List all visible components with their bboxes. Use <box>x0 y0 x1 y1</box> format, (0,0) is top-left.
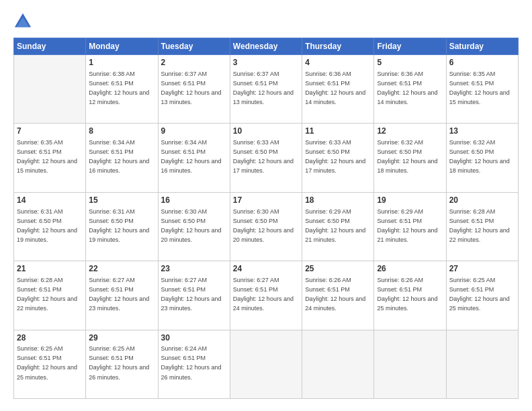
calendar-cell: 16 Sunrise: 6:30 AMSunset: 6:50 PMDaylig… <box>158 192 230 261</box>
day-number: 29 <box>89 332 154 344</box>
day-number: 8 <box>89 126 154 137</box>
day-info: Sunrise: 6:24 AMSunset: 6:51 PMDaylight:… <box>161 345 222 380</box>
calendar-day-header: Sunday <box>14 38 86 55</box>
calendar-week-row: 14 Sunrise: 6:31 AMSunset: 6:50 PMDaylig… <box>14 192 519 261</box>
day-number: 14 <box>17 195 83 206</box>
calendar-cell: 9 Sunrise: 6:34 AMSunset: 6:51 PMDayligh… <box>158 124 230 192</box>
day-info: Sunrise: 6:26 AMSunset: 6:51 PMDaylight:… <box>377 277 437 312</box>
calendar-cell: 14 Sunrise: 6:31 AMSunset: 6:50 PMDaylig… <box>14 192 86 261</box>
day-number: 18 <box>305 195 371 206</box>
calendar-cell: 25 Sunrise: 6:26 AMSunset: 6:51 PMDaylig… <box>302 261 374 330</box>
day-number: 16 <box>161 195 227 206</box>
day-number: 17 <box>233 195 299 206</box>
day-info: Sunrise: 6:36 AMSunset: 6:51 PMDaylight:… <box>377 71 437 105</box>
day-number: 12 <box>377 126 443 137</box>
day-info: Sunrise: 6:26 AMSunset: 6:51 PMDaylight:… <box>305 277 365 312</box>
calendar-day-header: Wednesday <box>230 38 302 55</box>
day-info: Sunrise: 6:36 AMSunset: 6:51 PMDaylight:… <box>305 71 365 105</box>
calendar-table: SundayMondayTuesdayWednesdayThursdayFrid… <box>13 38 519 399</box>
day-number: 21 <box>17 263 83 275</box>
calendar-day-header: Saturday <box>446 38 518 55</box>
calendar-cell: 15 Sunrise: 6:31 AMSunset: 6:50 PMDaylig… <box>86 192 158 261</box>
calendar-cell: 13 Sunrise: 6:32 AMSunset: 6:50 PMDaylig… <box>446 124 518 192</box>
logo-icon <box>13 12 32 31</box>
day-number: 7 <box>17 126 83 137</box>
calendar-cell: 27 Sunrise: 6:25 AMSunset: 6:51 PMDaylig… <box>446 261 518 330</box>
day-info: Sunrise: 6:27 AMSunset: 6:51 PMDaylight:… <box>89 277 149 312</box>
calendar-cell <box>302 330 374 398</box>
day-info: Sunrise: 6:30 AMSunset: 6:50 PMDaylight:… <box>161 208 222 243</box>
calendar-week-row: 7 Sunrise: 6:35 AMSunset: 6:51 PMDayligh… <box>14 124 519 192</box>
calendar-cell: 24 Sunrise: 6:27 AMSunset: 6:51 PMDaylig… <box>230 261 302 330</box>
header <box>13 12 519 31</box>
calendar-cell: 2 Sunrise: 6:37 AMSunset: 6:51 PMDayligh… <box>158 55 230 124</box>
day-info: Sunrise: 6:28 AMSunset: 6:51 PMDaylight:… <box>17 277 77 312</box>
calendar-cell: 6 Sunrise: 6:35 AMSunset: 6:51 PMDayligh… <box>446 55 518 124</box>
day-number: 22 <box>89 263 154 275</box>
calendar-day-header: Tuesday <box>158 38 230 55</box>
day-number: 9 <box>161 126 227 137</box>
calendar-cell: 3 Sunrise: 6:37 AMSunset: 6:51 PMDayligh… <box>230 55 302 124</box>
calendar-cell: 19 Sunrise: 6:29 AMSunset: 6:51 PMDaylig… <box>374 192 446 261</box>
calendar-cell: 23 Sunrise: 6:27 AMSunset: 6:51 PMDaylig… <box>158 261 230 330</box>
day-info: Sunrise: 6:35 AMSunset: 6:51 PMDaylight:… <box>17 139 77 174</box>
day-info: Sunrise: 6:27 AMSunset: 6:51 PMDaylight:… <box>233 277 294 312</box>
day-info: Sunrise: 6:32 AMSunset: 6:50 PMDaylight:… <box>449 139 510 174</box>
calendar-cell <box>230 330 302 398</box>
calendar-cell: 5 Sunrise: 6:36 AMSunset: 6:51 PMDayligh… <box>374 55 446 124</box>
page: SundayMondayTuesdayWednesdayThursdayFrid… <box>0 0 532 411</box>
day-info: Sunrise: 6:33 AMSunset: 6:50 PMDaylight:… <box>305 139 365 174</box>
day-number: 15 <box>89 195 154 206</box>
calendar-header: SundayMondayTuesdayWednesdayThursdayFrid… <box>14 38 519 55</box>
day-number: 1 <box>89 57 154 68</box>
calendar-cell: 4 Sunrise: 6:36 AMSunset: 6:51 PMDayligh… <box>302 55 374 124</box>
calendar-cell: 1 Sunrise: 6:38 AMSunset: 6:51 PMDayligh… <box>86 55 158 124</box>
calendar-cell: 28 Sunrise: 6:25 AMSunset: 6:51 PMDaylig… <box>14 330 86 398</box>
day-number: 20 <box>449 195 515 206</box>
calendar-cell: 22 Sunrise: 6:27 AMSunset: 6:51 PMDaylig… <box>86 261 158 330</box>
day-info: Sunrise: 6:34 AMSunset: 6:51 PMDaylight:… <box>89 139 149 174</box>
day-info: Sunrise: 6:30 AMSunset: 6:50 PMDaylight:… <box>233 208 294 243</box>
calendar-cell: 8 Sunrise: 6:34 AMSunset: 6:51 PMDayligh… <box>86 124 158 192</box>
day-info: Sunrise: 6:35 AMSunset: 6:51 PMDaylight:… <box>449 71 510 105</box>
calendar-cell: 10 Sunrise: 6:33 AMSunset: 6:50 PMDaylig… <box>230 124 302 192</box>
calendar-day-header: Friday <box>374 38 446 55</box>
day-number: 25 <box>305 263 371 275</box>
calendar-cell: 21 Sunrise: 6:28 AMSunset: 6:51 PMDaylig… <box>14 261 86 330</box>
logo <box>13 12 35 31</box>
day-number: 3 <box>233 57 299 68</box>
day-number: 19 <box>377 195 443 206</box>
calendar-cell: 11 Sunrise: 6:33 AMSunset: 6:50 PMDaylig… <box>302 124 374 192</box>
day-info: Sunrise: 6:25 AMSunset: 6:51 PMDaylight:… <box>89 345 149 380</box>
calendar-cell: 18 Sunrise: 6:29 AMSunset: 6:50 PMDaylig… <box>302 192 374 261</box>
day-number: 5 <box>377 57 443 68</box>
day-info: Sunrise: 6:33 AMSunset: 6:50 PMDaylight:… <box>233 139 294 174</box>
calendar-cell <box>14 55 86 124</box>
calendar-cell: 30 Sunrise: 6:24 AMSunset: 6:51 PMDaylig… <box>158 330 230 398</box>
day-number: 4 <box>305 57 371 68</box>
day-number: 10 <box>233 126 299 137</box>
day-info: Sunrise: 6:29 AMSunset: 6:50 PMDaylight:… <box>305 208 365 243</box>
day-info: Sunrise: 6:29 AMSunset: 6:51 PMDaylight:… <box>377 208 437 243</box>
calendar-cell: 29 Sunrise: 6:25 AMSunset: 6:51 PMDaylig… <box>86 330 158 398</box>
calendar-cell: 17 Sunrise: 6:30 AMSunset: 6:50 PMDaylig… <box>230 192 302 261</box>
day-number: 11 <box>305 126 371 137</box>
day-info: Sunrise: 6:38 AMSunset: 6:51 PMDaylight:… <box>89 71 149 105</box>
calendar-cell: 12 Sunrise: 6:32 AMSunset: 6:50 PMDaylig… <box>374 124 446 192</box>
day-info: Sunrise: 6:32 AMSunset: 6:50 PMDaylight:… <box>377 139 437 174</box>
day-info: Sunrise: 6:34 AMSunset: 6:51 PMDaylight:… <box>161 139 222 174</box>
day-number: 26 <box>377 263 443 275</box>
day-info: Sunrise: 6:31 AMSunset: 6:50 PMDaylight:… <box>17 208 77 243</box>
calendar-cell <box>446 330 518 398</box>
day-number: 28 <box>17 332 83 344</box>
calendar-cell: 26 Sunrise: 6:26 AMSunset: 6:51 PMDaylig… <box>374 261 446 330</box>
day-number: 6 <box>449 57 515 68</box>
calendar-day-header: Thursday <box>302 38 374 55</box>
calendar-cell: 20 Sunrise: 6:28 AMSunset: 6:51 PMDaylig… <box>446 192 518 261</box>
calendar-cell: 7 Sunrise: 6:35 AMSunset: 6:51 PMDayligh… <box>14 124 86 192</box>
calendar-week-row: 1 Sunrise: 6:38 AMSunset: 6:51 PMDayligh… <box>14 55 519 124</box>
day-info: Sunrise: 6:31 AMSunset: 6:50 PMDaylight:… <box>89 208 149 243</box>
day-info: Sunrise: 6:25 AMSunset: 6:51 PMDaylight:… <box>17 345 77 380</box>
calendar-day-header: Monday <box>86 38 158 55</box>
calendar-cell <box>374 330 446 398</box>
